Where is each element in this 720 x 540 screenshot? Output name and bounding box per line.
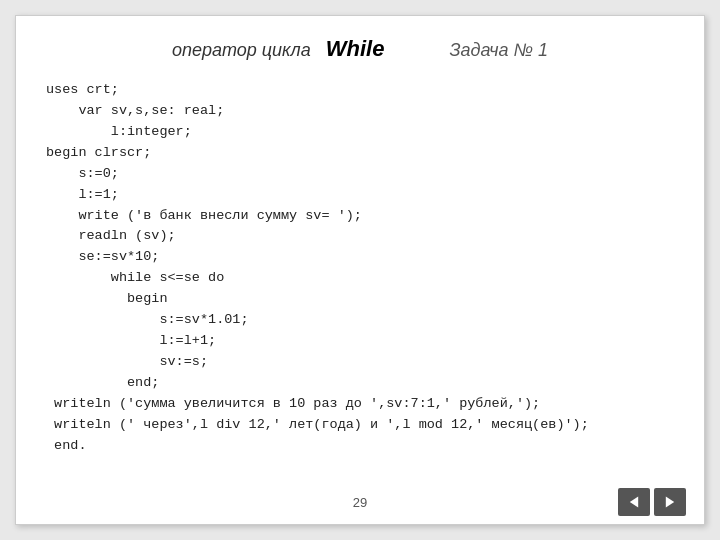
code-line: s:=sv*1.01; [46, 310, 674, 331]
header-while: While [326, 36, 385, 61]
code-line: begin [46, 289, 674, 310]
code-line: l:integer; [46, 122, 674, 143]
code-block: uses crt; var sv,s,se: real; l:integer;b… [46, 80, 674, 457]
slide: оператор цикла While Задача № 1 uses crt… [15, 15, 705, 525]
code-line: l:=1; [46, 185, 674, 206]
code-line: l:=l+1; [46, 331, 674, 352]
code-line: end. [46, 436, 674, 457]
code-line: writeln (' через',l div 12,' лет(года) и… [46, 415, 674, 436]
svg-marker-0 [630, 496, 638, 507]
slide-header: оператор цикла While Задача № 1 [46, 36, 674, 62]
code-line: var sv,s,se: real; [46, 101, 674, 122]
svg-marker-1 [666, 496, 674, 507]
code-line: end; [46, 373, 674, 394]
prev-button[interactable] [618, 488, 650, 516]
next-button[interactable] [654, 488, 686, 516]
next-icon [663, 495, 677, 509]
page-number: 29 [353, 495, 367, 510]
code-line: write ('в банк внесли сумму sv= '); [46, 206, 674, 227]
header-prefix: оператор цикла [172, 40, 311, 60]
code-line: writeln ('сумма увеличится в 10 раз до '… [46, 394, 674, 415]
code-line: while s<=se do [46, 268, 674, 289]
code-line: uses crt; [46, 80, 674, 101]
header-task: Задача № 1 [449, 40, 548, 60]
code-line: se:=sv*10; [46, 247, 674, 268]
prev-icon [627, 495, 641, 509]
code-line: s:=0; [46, 164, 674, 185]
code-line: sv:=s; [46, 352, 674, 373]
nav-buttons [618, 488, 686, 516]
code-line: readln (sv); [46, 226, 674, 247]
code-line: begin clrscr; [46, 143, 674, 164]
